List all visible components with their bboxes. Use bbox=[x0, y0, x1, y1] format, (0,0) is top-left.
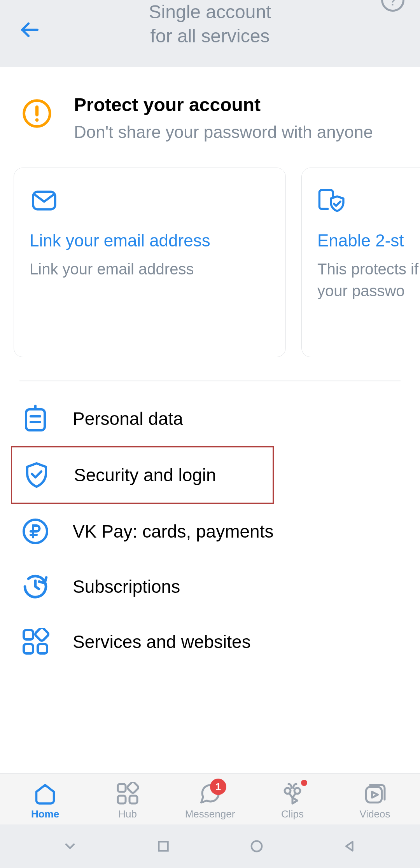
shield-icon bbox=[23, 461, 51, 489]
warning-icon bbox=[21, 98, 52, 129]
back-button[interactable] bbox=[12, 12, 47, 47]
menu-subscriptions[interactable]: Subscriptions bbox=[0, 559, 420, 614]
clips-dot bbox=[301, 780, 307, 786]
personal-data-icon bbox=[21, 405, 49, 433]
protect-subtitle: Don't share your password with anyone bbox=[74, 120, 373, 144]
menu-label: Personal data bbox=[73, 408, 183, 429]
system-nav bbox=[0, 824, 420, 868]
question-icon: ? bbox=[388, 0, 397, 9]
svg-rect-13 bbox=[24, 644, 33, 653]
svg-rect-18 bbox=[130, 796, 137, 803]
videos-icon bbox=[363, 782, 387, 806]
svg-marker-27 bbox=[346, 842, 353, 851]
card-subtitle: Link your email address bbox=[30, 258, 270, 280]
nav-label: Messenger bbox=[185, 808, 235, 820]
sys-recent-button[interactable] bbox=[60, 837, 80, 856]
square-icon bbox=[156, 838, 171, 854]
nav-home[interactable]: Home bbox=[10, 782, 80, 820]
protect-text: Protect your account Don't share your pa… bbox=[74, 94, 373, 144]
mail-icon bbox=[30, 187, 270, 215]
ruble-icon bbox=[21, 517, 49, 545]
svg-point-3 bbox=[35, 118, 39, 122]
svg-rect-16 bbox=[118, 784, 126, 792]
nav-label: Hub bbox=[118, 808, 137, 820]
header: Single account for all services ? bbox=[0, 0, 420, 67]
home-icon bbox=[33, 782, 57, 806]
svg-rect-25 bbox=[159, 842, 168, 851]
protect-title: Protect your account bbox=[74, 94, 373, 115]
triangle-left-icon bbox=[342, 838, 358, 854]
nav-label: Clips bbox=[281, 808, 304, 820]
card-title: Link your email address bbox=[30, 231, 270, 250]
nav-clips[interactable]: Clips bbox=[257, 782, 327, 820]
card-title: Enable 2-st bbox=[317, 231, 420, 250]
card-subtitle: This protects if someone g your passwo bbox=[317, 258, 420, 302]
help-button[interactable]: ? bbox=[381, 0, 404, 12]
menu-label: Subscriptions bbox=[73, 576, 180, 597]
nav-hub[interactable]: Hub bbox=[93, 782, 163, 820]
svg-marker-24 bbox=[372, 792, 378, 798]
menu-personal-data[interactable]: Personal data bbox=[0, 391, 420, 446]
protect-banner: Protect your account Don't share your pa… bbox=[0, 67, 420, 168]
hub-icon bbox=[116, 782, 139, 806]
menu-services-websites[interactable]: Services and websites bbox=[0, 614, 420, 669]
menu-security-login[interactable]: Security and login bbox=[11, 446, 274, 504]
nav-label: Videos bbox=[359, 808, 390, 820]
svg-rect-19 bbox=[127, 782, 139, 794]
clips-icon bbox=[281, 782, 304, 806]
suggestion-cards: Link your email address Link your email … bbox=[0, 168, 420, 381]
svg-rect-17 bbox=[118, 796, 126, 803]
menu-label: Services and websites bbox=[73, 631, 251, 652]
bottom-nav: Home Hub 1 Messenger bbox=[0, 773, 420, 824]
clock-refresh-icon bbox=[21, 573, 49, 601]
nav-videos[interactable]: Videos bbox=[340, 782, 410, 820]
menu-label: VK Pay: cards, payments bbox=[73, 521, 273, 542]
svg-marker-22 bbox=[292, 798, 298, 803]
sys-overview-button[interactable] bbox=[154, 837, 173, 856]
menu-vk-pay[interactable]: VK Pay: cards, payments bbox=[0, 504, 420, 559]
svg-rect-15 bbox=[34, 628, 49, 642]
messenger-badge: 1 bbox=[210, 779, 226, 795]
nav-messenger[interactable]: 1 Messenger bbox=[175, 782, 245, 820]
svg-rect-14 bbox=[38, 644, 47, 653]
svg-rect-12 bbox=[24, 630, 33, 639]
services-icon bbox=[21, 628, 49, 656]
page-title: Single account for all services bbox=[149, 0, 271, 48]
chevron-down-icon bbox=[62, 838, 78, 854]
enable-2fa-card[interactable]: Enable 2-st This protects if someone g y… bbox=[301, 168, 420, 357]
link-email-card[interactable]: Link your email address Link your email … bbox=[14, 168, 286, 357]
svg-point-26 bbox=[252, 841, 262, 852]
shield-devices-icon bbox=[317, 187, 420, 215]
arrow-left-icon bbox=[19, 19, 40, 40]
nav-label: Home bbox=[31, 808, 59, 820]
circle-icon bbox=[249, 838, 264, 854]
menu-label: Security and login bbox=[74, 465, 216, 486]
svg-rect-23 bbox=[366, 787, 382, 803]
settings-menu: Personal data Security and login VK Pay:… bbox=[0, 381, 420, 669]
sys-home-button[interactable] bbox=[247, 837, 266, 856]
sys-back-button[interactable] bbox=[340, 837, 360, 856]
